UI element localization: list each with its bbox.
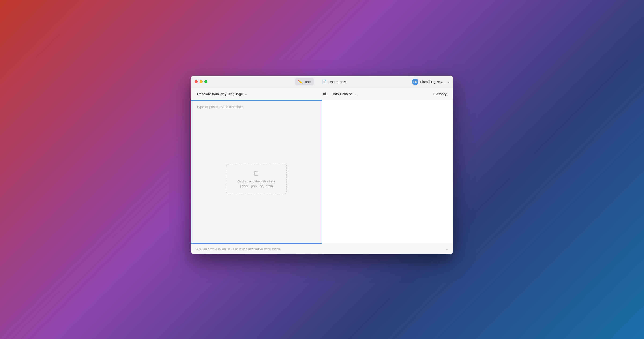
main-content: 🗒 Or drag and drop files here (.docx, .p…: [191, 100, 453, 244]
minimize-button[interactable]: [200, 80, 202, 83]
documents-tab-icon: 📄: [322, 80, 327, 84]
title-bar: ✏️ Text 📄 Documents HO Hiroaki Ogasaw...…: [191, 76, 453, 88]
target-language-label: Into Chinese: [333, 92, 353, 96]
traffic-lights: [194, 80, 208, 83]
source-language-button[interactable]: Translate from any language ⌄: [196, 91, 248, 98]
source-prefix: Translate from: [196, 92, 219, 96]
status-bar: Click on a word to look it up or to see …: [191, 244, 453, 254]
toolbar: Translate from any language ⌄ ⇄ Into Chi…: [191, 88, 453, 100]
text-tab-icon: ✏️: [298, 80, 302, 84]
left-panel: 🗒 Or drag and drop files here (.docx, .p…: [191, 100, 322, 244]
avatar-initials: HO: [413, 80, 417, 83]
tab-group: ✏️ Text 📄 Documents: [295, 78, 349, 85]
source-chevron-icon: ⌄: [244, 92, 247, 96]
tab-text[interactable]: ✏️ Text: [295, 78, 314, 85]
target-chevron-icon: ⌄: [354, 92, 357, 96]
target-language-button[interactable]: Into Chinese ⌄: [332, 91, 358, 98]
tab-documents[interactable]: 📄 Documents: [319, 78, 349, 85]
tab-text-label: Text: [304, 80, 311, 84]
status-chevron-icon[interactable]: ⌄: [446, 247, 448, 251]
user-section[interactable]: HO Hiroaki Ogasaw... ⌄: [412, 79, 450, 85]
status-text: Click on a word to look it up or to see …: [196, 247, 446, 251]
maximize-button[interactable]: [204, 80, 208, 83]
right-panel: [322, 100, 454, 244]
source-language-name: any language: [220, 92, 243, 96]
app-window: ✏️ Text 📄 Documents HO Hiroaki Ogasaw...…: [191, 76, 453, 254]
user-chevron-icon: ⌄: [447, 80, 450, 84]
tab-documents-label: Documents: [328, 80, 346, 84]
source-text-input[interactable]: [191, 100, 322, 244]
user-name: Hiroaki Ogasaw...: [420, 80, 446, 84]
swap-languages-button[interactable]: ⇄: [321, 91, 328, 98]
close-button[interactable]: [194, 80, 198, 83]
glossary-button[interactable]: Glossary: [431, 91, 448, 97]
avatar: HO: [412, 79, 418, 85]
